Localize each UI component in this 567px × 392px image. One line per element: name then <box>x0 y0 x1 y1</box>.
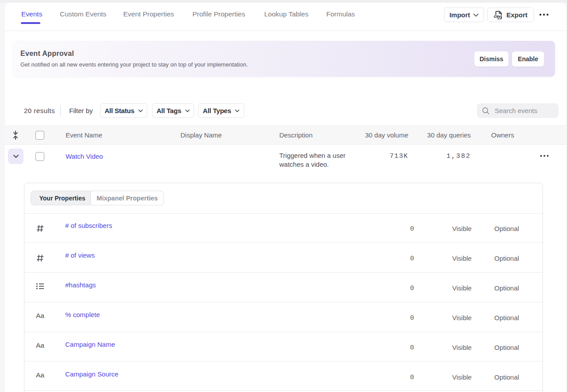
svg-text:CSV: CSV <box>494 15 501 19</box>
